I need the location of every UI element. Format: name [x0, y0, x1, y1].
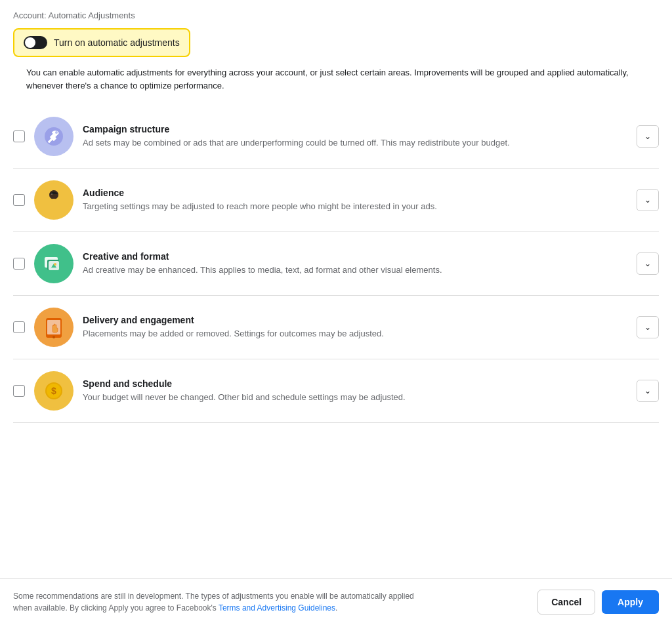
footer-bar: Some recommendations are still in develo…	[0, 578, 672, 625]
expand-btn-campaign[interactable]: ⌄	[637, 125, 659, 148]
item-row-spend: $ Spend and schedule Your budget will ne…	[13, 359, 659, 423]
item-row-audience: Audience Targeting settings may be adjus…	[13, 169, 659, 232]
icon-spend: $	[34, 371, 74, 411]
icon-delivery	[34, 308, 74, 347]
footer-note-end: .	[335, 603, 337, 613]
expand-btn-creative[interactable]: ⌄	[637, 252, 659, 275]
footer-buttons: Cancel Apply	[537, 590, 659, 615]
footer-link[interactable]: Terms and Advertising Guidelines	[219, 603, 335, 613]
expand-btn-spend[interactable]: ⌄	[637, 380, 659, 402]
items-list: Campaign structure Ad sets may be combin…	[0, 105, 672, 501]
item-row-creative: Creative and format Ad creative may be e…	[13, 232, 659, 296]
checkbox-creative[interactable]	[13, 258, 25, 270]
item-row-campaign: Campaign structure Ad sets may be combin…	[13, 105, 659, 169]
svg-point-15	[52, 336, 55, 338]
spacer	[0, 501, 672, 579]
checkbox-campaign[interactable]	[13, 131, 25, 142]
header-area: Account: Automatic Adjustments Turn on a…	[0, 0, 672, 105]
svg-point-11	[54, 263, 56, 266]
icon-creative	[34, 244, 74, 283]
icon-campaign	[34, 117, 74, 156]
footer-note-text: Some recommendations are still in develo…	[13, 592, 414, 613]
toggle-label: Turn on automatic adjustments	[54, 37, 180, 48]
toggle-row[interactable]: Turn on automatic adjustments	[13, 28, 190, 57]
page-wrapper: Account: Automatic Adjustments Turn on a…	[0, 0, 672, 625]
toggle-switch[interactable]	[24, 36, 47, 49]
item-desc-audience: Targeting settings may be adjusted to re…	[83, 201, 627, 212]
apply-button[interactable]: Apply	[602, 590, 659, 614]
item-desc-campaign: Ad sets may be combined or ads that are …	[83, 137, 627, 149]
cancel-button[interactable]: Cancel	[537, 590, 595, 615]
svg-point-2	[55, 131, 58, 134]
svg-point-5	[51, 193, 52, 195]
svg-point-4	[49, 190, 58, 199]
icon-audience	[34, 180, 74, 220]
item-row-delivery: Delivery and engagement Placements may b…	[13, 296, 659, 359]
item-content-spend: Spend and schedule Your budget will neve…	[83, 378, 627, 403]
item-title-campaign: Campaign structure	[83, 124, 627, 134]
item-title-spend: Spend and schedule	[83, 378, 627, 389]
item-content-campaign: Campaign structure Ad sets may be combin…	[83, 124, 627, 149]
checkbox-delivery[interactable]	[13, 321, 25, 333]
item-desc-creative: Ad creative may be enhanced. This applie…	[83, 264, 627, 276]
svg-text:$: $	[51, 386, 56, 396]
item-title-audience: Audience	[83, 188, 627, 198]
item-desc-spend: Your budget will never be changed. Other…	[83, 392, 627, 403]
footer-note: Some recommendations are still in develo…	[13, 590, 420, 614]
item-content-creative: Creative and format Ad creative may be e…	[83, 251, 627, 276]
item-content-audience: Audience Targeting settings may be adjus…	[83, 188, 627, 212]
description-text: You can enable automatic adjustments for…	[26, 66, 646, 92]
item-title-delivery: Delivery and engagement	[83, 315, 627, 325]
expand-btn-audience[interactable]: ⌄	[637, 189, 659, 211]
account-title: Account: Automatic Adjustments	[13, 10, 659, 20]
item-desc-delivery: Placements may be added or removed. Sett…	[83, 328, 627, 340]
checkbox-audience[interactable]	[13, 194, 25, 206]
item-content-delivery: Delivery and engagement Placements may b…	[83, 315, 627, 340]
item-title-creative: Creative and format	[83, 251, 627, 262]
expand-btn-delivery[interactable]: ⌄	[637, 316, 659, 338]
checkbox-spend[interactable]	[13, 385, 25, 397]
